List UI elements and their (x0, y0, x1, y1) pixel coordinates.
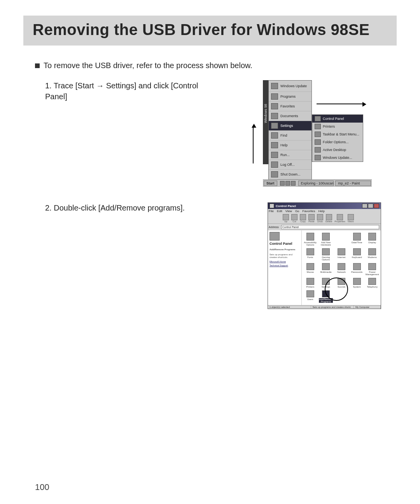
tb-copy[interactable]: Copy (300, 214, 306, 223)
start-menu-item-programs[interactable]: Programs (269, 92, 312, 102)
submenu-item-control-panel[interactable]: Control Panel (312, 115, 363, 123)
status-cell-1: 1 object(s) selected (268, 306, 311, 309)
window-title: Control Panel (276, 204, 296, 208)
tb-properties[interactable]: Properties (334, 214, 345, 223)
cp-icon-multimedia[interactable]: Multimedia (319, 263, 333, 276)
menu-help[interactable]: Help (318, 209, 324, 213)
cp-icon-passwords[interactable]: Passwords (350, 263, 364, 276)
control-panel-icon (270, 204, 274, 208)
submenu-item-active-desktop[interactable]: Active Desktop (312, 146, 363, 154)
start-menu-item-documents[interactable]: Documents (269, 111, 312, 121)
add-remove-icon (322, 290, 330, 297)
cp-icon-keyboard[interactable]: Keyboard (350, 248, 364, 261)
cp-icon-settings[interactable]: Settings (319, 278, 333, 288)
menu-bar[interactable]: File Edit View Go Favorites Help (268, 209, 381, 213)
cp-icon-add-hardware[interactable]: Add New Hardware (319, 233, 333, 246)
tb-delete[interactable]: Delete (326, 214, 332, 223)
submenu-item-taskbar[interactable]: Taskbar & Start Menu... (312, 130, 363, 138)
window-titlebar[interactable]: Control Panel (268, 203, 381, 209)
start-menu-item-settings[interactable]: Settings (269, 121, 312, 131)
views-icon (348, 214, 354, 220)
cp-icon-modems[interactable]: Modems (365, 248, 379, 261)
ql-icon[interactable] (285, 181, 290, 186)
network-icon (338, 263, 345, 270)
display-icon (368, 233, 376, 241)
tb-up[interactable]: Up (283, 214, 289, 223)
menu-view[interactable]: View (285, 209, 292, 213)
cp-icon-printers[interactable]: Printers (303, 278, 317, 288)
tb-views[interactable]: Views (348, 214, 354, 223)
gear-icon (271, 123, 278, 129)
tb-cut[interactable]: Cut (291, 214, 298, 223)
minimize-button[interactable] (362, 204, 368, 208)
side-panel: Control Panel Add/Remove Programs Sets u… (268, 230, 302, 305)
cp-icon-internet[interactable]: Internet (334, 248, 348, 261)
address-label: Address (269, 226, 279, 228)
accessibility-icon (306, 233, 314, 241)
modem-icon (368, 248, 376, 255)
annotation-arrow-up-icon (253, 127, 254, 163)
ql-icon[interactable] (280, 181, 285, 186)
bullet-icon (35, 63, 40, 68)
start-menu-item-favorites[interactable]: Favorites (269, 102, 312, 111)
taskbar-task-2[interactable]: mp_e2 - Paint (335, 181, 371, 186)
start-menu-item-shutdown[interactable]: Shut Down... (269, 170, 312, 179)
maximize-button[interactable] (368, 204, 373, 208)
cp-icon-system[interactable]: System (350, 278, 364, 288)
start-menu-item-help[interactable]: Help (269, 140, 312, 150)
update-icon (315, 155, 321, 160)
menu-go[interactable]: Go (295, 209, 299, 213)
quicklaunch[interactable] (278, 181, 298, 186)
cp-icon-users[interactable]: Users (303, 290, 317, 303)
close-button[interactable] (374, 204, 379, 208)
delete-icon (326, 214, 332, 220)
cp-icon-network[interactable]: Network (334, 263, 348, 276)
address-bar[interactable]: Control Panel (281, 225, 379, 229)
cp-icon-power[interactable]: Power Management (365, 263, 379, 276)
taskbar-task-1[interactable]: Exploring - 100uscam (298, 181, 334, 186)
cp-icon-accessibility[interactable]: Accessibility Options (303, 233, 317, 246)
figure-start-menu: Windows 98 Windows Update Programs Favor… (268, 80, 381, 187)
submenu-item-folder-options[interactable]: Folder Options... (312, 138, 363, 146)
cp-icon-sounds[interactable]: Sounds (334, 278, 348, 288)
start-menu[interactable]: Windows Update Programs Favorites Docume… (268, 80, 312, 180)
settings-submenu[interactable]: Control Panel Printers Taskbar & Start M… (312, 114, 363, 162)
tb-undo[interactable]: Undo (317, 214, 323, 223)
start-menu-item-run[interactable]: Run... (269, 150, 312, 160)
fonts-icon (306, 248, 314, 255)
cp-icon-blank (334, 233, 348, 246)
toolbar[interactable]: Up Cut Copy Paste Undo Delete Properties… (268, 213, 381, 224)
status-cell-3: My Computer (354, 306, 381, 309)
cp-icon-fonts[interactable]: Fonts (303, 248, 317, 261)
internet-icon (338, 248, 345, 255)
hardware-icon (322, 233, 330, 241)
taskbar[interactable]: Start Exploring - 100uscam mp_e2 - Paint (263, 179, 372, 187)
cp-icon-mouse[interactable]: Mouse (303, 263, 317, 276)
submenu-item-printers[interactable]: Printers (312, 123, 363, 130)
status-cell-2: Sets up programs and creates shortc (311, 306, 354, 309)
start-menu-item-logoff[interactable]: Log Off... (269, 160, 312, 170)
start-menu-item-find[interactable]: Find (269, 131, 312, 140)
cp-icon-gaming[interactable]: Gaming Options (319, 248, 333, 261)
intro-row: To remove the USB driver, refer to the p… (35, 61, 397, 70)
cp-icon-datetime[interactable]: Date/Time (350, 233, 364, 246)
side-link-support[interactable]: Technical Support (270, 264, 300, 267)
folder-icon (271, 93, 278, 100)
ql-icon[interactable] (291, 181, 296, 186)
step-1-text: 1. Trace [Start → Settings] and click [C… (45, 80, 212, 102)
mouse-icon (306, 263, 314, 270)
icon-grid[interactable]: Accessibility Options Add New Hardware D… (302, 230, 381, 305)
cp-icon-telephony[interactable]: Telephony (365, 278, 379, 288)
menu-file[interactable]: File (269, 209, 274, 213)
cp-icon-add-remove-programs[interactable]: Add/Remove Programs (319, 290, 333, 303)
cp-icon-display[interactable]: Display (365, 233, 379, 246)
start-button[interactable]: Start (264, 181, 277, 186)
keyboard-icon (353, 248, 361, 255)
start-menu-item-windows-update[interactable]: Windows Update (269, 81, 312, 92)
menu-favorites[interactable]: Favorites (303, 209, 315, 213)
submenu-item-windows-update[interactable]: Windows Update... (312, 154, 363, 162)
menu-edit[interactable]: Edit (277, 209, 282, 213)
side-link-mshome[interactable]: Microsoft Home (270, 260, 300, 263)
tb-paste[interactable]: Paste (308, 214, 315, 223)
annotation-arrow-right-icon (317, 104, 363, 104)
